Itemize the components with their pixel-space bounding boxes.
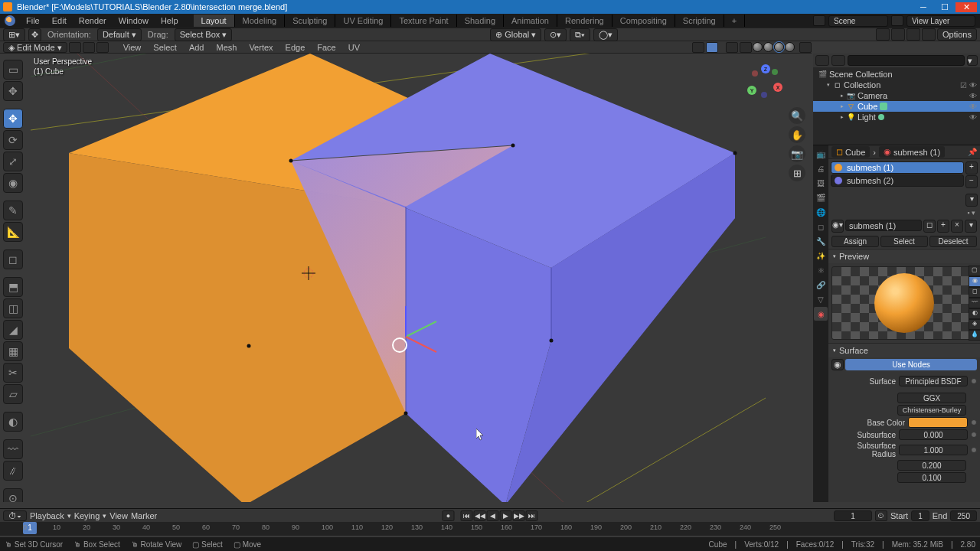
play-button[interactable]: ▶ [500,510,512,521]
tool-inset[interactable]: ◫ [3,298,23,318]
viewport-menu-mesh[interactable]: Mesh [211,43,242,52]
layer-icon[interactable] [891,15,903,26]
tool-shrink[interactable]: ⊙ [3,488,23,502]
mode-dropdown[interactable]: ◈ Edit Mode ▾ [3,42,67,53]
socket-dot-icon[interactable] [971,447,977,453]
workspace-tab[interactable]: Texture Paint [391,15,456,27]
menu-help[interactable]: Help [155,16,185,25]
node-icon[interactable]: ◉ [831,359,844,370]
preview-range-toggle[interactable]: ⏲ [875,510,887,521]
viewport-menu-edge[interactable]: Edge [280,43,311,52]
snap-toggle[interactable]: ⧉▾ [570,28,590,41]
gizmo-toggle[interactable] [692,42,704,53]
tab-mesh[interactable]: ▽ [814,292,828,306]
end-frame-field[interactable]: 250 [950,510,977,521]
workspace-tab[interactable]: Compositing [612,15,675,27]
material-unlink-button[interactable]: × [951,220,963,233]
material-remove-button[interactable]: − [965,175,978,188]
socket-dot-icon[interactable] [971,378,977,384]
nav-gizmo[interactable]: X Y Z [747,64,786,103]
start-frame-field[interactable]: 1 [911,510,929,521]
outliner-scene-row[interactable]: 🎬Scene Collection [813,69,980,80]
preview-shaderball[interactable]: ◐ [969,308,980,319]
workspace-tab[interactable]: Modeling [235,15,286,27]
tab-viewlayer[interactable]: 🖼 [814,176,828,190]
tab-modifier[interactable]: 🔧 [814,234,828,248]
preview-cloth[interactable]: ◈ [969,319,980,330]
viewport-menu-view[interactable]: View [118,43,147,52]
keyframe-next-button[interactable]: ▶▶ [513,510,525,521]
preview-fluid[interactable]: 💧 [969,330,980,341]
axis-neg[interactable] [752,70,758,77]
surface-shader-dropdown[interactable]: Principled BSDF [899,376,968,386]
outliner-search[interactable] [848,55,965,66]
tab-output[interactable]: 🖨 [814,161,828,175]
sss-radius-y[interactable]: 0.200 [897,460,966,471]
tool-annotate[interactable]: ✎ [3,201,23,220]
sss-radius-x[interactable]: 1.000 [899,445,968,455]
socket-dot-icon[interactable] [971,419,977,425]
timeline-menu-view[interactable]: View [109,511,128,520]
orientation-dropdown[interactable]: Default ▾ [97,28,142,41]
workspace-tab[interactable]: Layout [194,15,235,27]
tab-render[interactable]: 📺 [814,147,828,161]
tool-polybuild[interactable]: ▱ [3,384,23,404]
subsurface-field[interactable]: 0.000 [899,429,968,440]
workspace-tab[interactable]: Shading [457,15,504,27]
material-nodetree-button[interactable]: ▾ [965,220,977,233]
surface-header[interactable]: ▾Surface [828,344,980,357]
tool-cursor[interactable]: ✥ [3,81,23,101]
nav-pan-icon[interactable]: ✋ [789,126,805,143]
axis-neg[interactable] [772,69,778,75]
shading-material[interactable] [774,42,784,52]
tool-smooth[interactable]: 〰 [3,439,23,459]
tool-measure[interactable]: 📐 [3,222,23,242]
header-btn[interactable] [876,28,890,41]
viewport-3d[interactable]: User Perspective (1) Cube ▭ ✥ ✥ ⟳ ⤢ ◉ ✎ … [0,54,813,502]
viewport-menu-add[interactable]: Add [184,43,210,52]
workspace-tab[interactable]: UV Editing [335,15,391,27]
face-select-mode[interactable] [96,42,109,53]
header-btn[interactable] [922,28,936,41]
pivot-dropdown[interactable]: ⊙▾ [544,28,567,41]
tool-scale[interactable]: ⤢ [3,152,23,171]
select-button[interactable]: Select [880,236,928,247]
material-slot[interactable]: submesh (1) [831,161,964,174]
tab-physics[interactable]: ⚛ [814,263,828,277]
viewport-menu-uv[interactable]: UV [343,43,365,52]
tool-select[interactable]: ▭ [3,60,23,80]
viewport-menu-select[interactable]: Select [148,43,182,52]
tool-loopcut[interactable]: ▦ [3,341,23,361]
menu-render[interactable]: Render [73,16,113,25]
material-slot-empty[interactable] [831,187,964,203]
scene-field[interactable]: Scene [828,15,888,27]
tab-scene[interactable]: 🎬 [814,191,828,204]
material-name-field[interactable]: submesh (1) [845,220,922,231]
material-users-button[interactable]: ◻ [923,220,936,233]
socket-dot-icon[interactable] [971,432,977,438]
edge-select-mode[interactable] [83,42,95,53]
shading-wireframe[interactable] [740,42,752,53]
outliner-item-light[interactable]: ▸💡Light👁 [813,112,980,122]
material-slot[interactable]: submesh (2) [831,174,964,187]
material-add-button[interactable]: + [965,161,978,174]
outliner-tree[interactable]: 🎬Scene Collection ▾◻Collection☑ 👁 ▸📷Came… [813,67,980,145]
cursor-tool-icon[interactable]: ✥ [28,28,41,41]
shading-options[interactable] [799,42,812,53]
menu-edit[interactable]: Edit [46,16,73,25]
outliner-item-camera[interactable]: ▸📷Camera👁 [813,90,980,101]
jump-start-button[interactable]: ⏮ [461,510,473,521]
tab-constraint[interactable]: 🔗 [814,278,828,292]
viewport-menu-vertex[interactable]: Vertex [243,43,278,52]
tool-knife[interactable]: ✂ [3,363,23,383]
proportional-toggle[interactable]: ◯▾ [593,28,618,41]
blender-icon[interactable] [5,15,15,26]
nav-zoom-icon[interactable]: 🔍 [789,107,805,124]
base-color-swatch[interactable] [908,417,968,428]
header-btn[interactable] [906,28,920,41]
tab-world[interactable]: 🌐 [814,205,828,219]
timeline-menu-keying[interactable]: Keying [74,511,100,520]
assign-button[interactable]: Assign [831,236,879,247]
tool-extrude[interactable]: ⬒ [3,277,23,297]
nav-camera-icon[interactable]: 📷 [789,145,805,162]
